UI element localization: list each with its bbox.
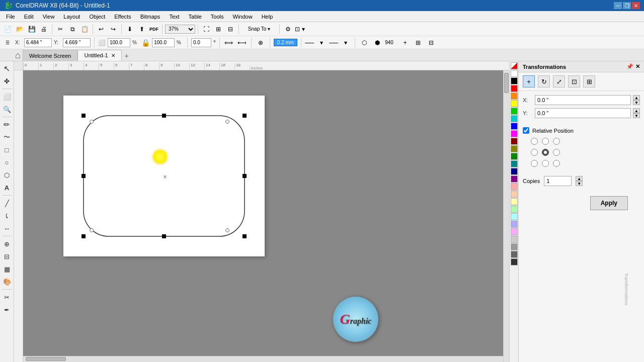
fill-tool[interactable]: 🎨 [1, 276, 13, 288]
swatch-darkred[interactable] [511, 138, 518, 145]
text-tool[interactable]: A [1, 182, 13, 194]
parallel-tool[interactable]: ╱ [1, 197, 13, 209]
effects-tool[interactable]: ⊕ [1, 238, 13, 250]
new-btn[interactable]: 📄 [2, 24, 13, 35]
line-end-btn[interactable]: ▾ [316, 37, 327, 48]
shape-ops-btn[interactable]: ⊟ [426, 37, 437, 48]
no-color-swatch[interactable] [511, 62, 518, 69]
zoom-select[interactable]: 37% [165, 25, 195, 34]
rect-tool[interactable]: □ [1, 144, 13, 156]
swatch-darkblue[interactable] [511, 168, 518, 175]
more-btn[interactable]: ⊞ [413, 37, 424, 48]
x-up-btn[interactable]: ▲ [633, 95, 640, 100]
swatch-yellow[interactable] [511, 100, 518, 107]
scrollbar-horizontal[interactable] [23, 356, 503, 362]
anchor-br[interactable] [553, 160, 560, 167]
x-down-btn[interactable]: ▼ [633, 100, 640, 105]
apply-btn[interactable]: Apply [590, 196, 628, 210]
save-btn[interactable]: 💾 [26, 24, 37, 35]
copies-up-btn[interactable]: ▲ [576, 176, 583, 181]
menu-effects[interactable]: Effects [110, 13, 135, 21]
ellipse-tool[interactable]: ○ [1, 156, 13, 168]
swatch-black[interactable] [511, 77, 518, 84]
swatch-white[interactable] [511, 70, 518, 77]
close-btn[interactable]: ✕ [632, 2, 640, 9]
swatch-teal[interactable] [511, 160, 518, 167]
pan-tool[interactable]: ⬜ [1, 90, 13, 103]
swatch-orange[interactable] [511, 93, 518, 100]
tab-document[interactable]: Untitled-1 ✕ [77, 50, 121, 61]
swatch-purple[interactable] [511, 175, 518, 183]
menu-file[interactable]: File [2, 13, 19, 21]
menu-table[interactable]: Table [185, 13, 206, 21]
swatch-medgray[interactable] [511, 243, 518, 250]
swatch-magenta[interactable] [511, 130, 518, 137]
fullscreen-btn[interactable]: ⛶ [201, 24, 212, 35]
close-panel-icon[interactable]: ✕ [635, 63, 640, 70]
panel-header-icons[interactable]: 📌 ✕ [626, 63, 640, 70]
eyedropper-tool[interactable]: ✒ [1, 304, 13, 316]
copies-input[interactable] [544, 176, 572, 186]
swatch-lightblue[interactable] [511, 221, 518, 228]
anchor-tl[interactable] [531, 138, 538, 145]
swatch-darkgreen[interactable] [511, 153, 518, 160]
pattern-tool[interactable]: ▦ [1, 263, 13, 275]
crop-tool[interactable]: ✂ [1, 291, 13, 303]
swatch-gray[interactable] [511, 251, 518, 258]
x-input[interactable] [24, 38, 52, 47]
menu-object[interactable]: Object [85, 13, 109, 21]
minimize-btn[interactable]: ─ [614, 2, 622, 9]
mirror-transform-btn[interactable]: ⊞ [583, 75, 595, 87]
relative-position-checkbox[interactable] [523, 127, 529, 134]
tab-close-icon[interactable]: ✕ [111, 53, 115, 58]
add-node-btn[interactable]: + [399, 37, 411, 48]
print-btn[interactable]: 🖨 [38, 24, 49, 35]
polygon-tool[interactable]: ⬡ [1, 169, 13, 181]
menu-help[interactable]: Help [258, 13, 277, 21]
undo-btn[interactable]: ↩ [96, 24, 107, 35]
title-bar-controls[interactable]: ─ ❐ ✕ [614, 2, 640, 9]
scrollbar-vertical[interactable] [503, 70, 509, 362]
outline-color[interactable]: 0.2 mm [274, 39, 297, 46]
menu-layout[interactable]: Layout [59, 13, 84, 21]
open-btn[interactable]: 📂 [14, 24, 25, 35]
swatch-red[interactable] [511, 85, 518, 92]
copy-btn[interactable]: ⧉ [67, 24, 78, 35]
view-btn[interactable]: ⊞ [213, 24, 224, 35]
pdf-btn[interactable]: PDF [148, 24, 159, 35]
lock-ratio-icon[interactable]: 🔒 [141, 39, 150, 47]
line-end2-btn[interactable]: ▾ [340, 37, 351, 48]
skew-transform-btn[interactable]: ⊡ [568, 75, 580, 87]
options-btn[interactable]: ⚙ [282, 24, 293, 35]
anchor-mc[interactable] [542, 149, 549, 156]
swatch-cyan[interactable] [511, 115, 518, 122]
swatch-lightmagenta[interactable] [511, 228, 518, 235]
artistic-tool[interactable]: 〜 [1, 131, 13, 143]
y-input[interactable] [63, 38, 91, 47]
view-opt-btn[interactable]: ⊡ ▾ [294, 24, 305, 35]
scale-transform-btn[interactable]: ⤢ [553, 75, 565, 87]
restore-btn[interactable]: ❐ [623, 2, 631, 9]
swatch-peach[interactable] [511, 191, 518, 198]
y-up-btn[interactable]: ▲ [633, 108, 640, 113]
freehand-tool[interactable]: ✏ [1, 119, 13, 131]
anchor-btn[interactable]: ⊕ [255, 37, 266, 48]
anchor-bc[interactable] [542, 160, 549, 167]
swatch-blue[interactable] [511, 123, 518, 130]
canvas-content[interactable]: × [23, 70, 509, 362]
copies-down-btn[interactable]: ▼ [576, 181, 583, 186]
swatch-lightyellow[interactable] [511, 198, 518, 205]
export-btn[interactable]: ⬆ [136, 24, 147, 35]
paste-btn[interactable]: 📋 [79, 24, 90, 35]
anchor-tc[interactable] [542, 138, 549, 145]
anchor-tr[interactable] [553, 138, 560, 145]
pin-icon[interactable]: 📌 [626, 63, 633, 70]
swatch-lightgreen[interactable] [511, 206, 518, 213]
smart-fill-btn[interactable]: ⬢ [372, 37, 383, 48]
anchor-mr[interactable] [553, 149, 560, 156]
zoom-tool[interactable]: 🔍 [1, 103, 13, 115]
menu-edit[interactable]: Edit [20, 13, 38, 21]
tab-add-btn[interactable]: + [122, 51, 132, 61]
connector-tool[interactable]: ⤹ [1, 210, 13, 222]
blend-tool[interactable]: ⊟ [1, 250, 13, 262]
